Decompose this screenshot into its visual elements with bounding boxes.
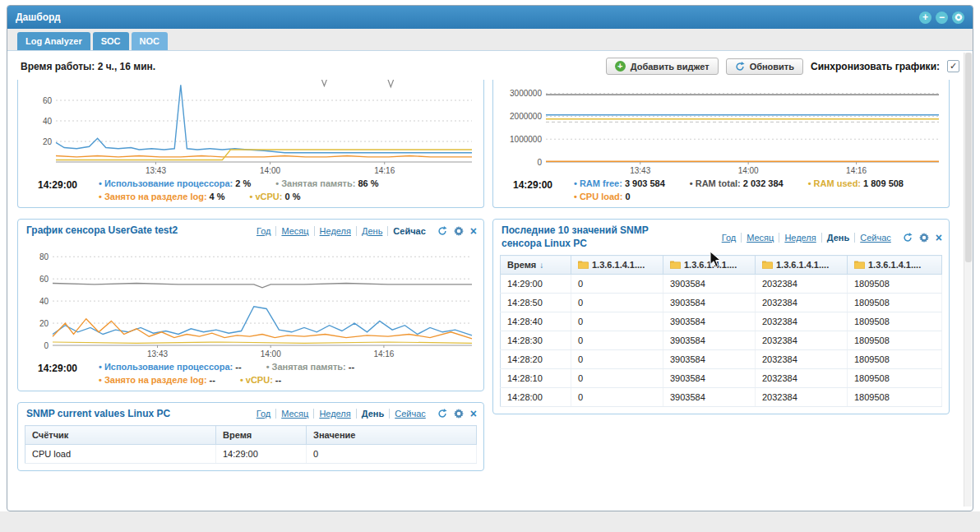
table-row: 14:28:10 0 3903584 2032384 1809508 bbox=[501, 369, 942, 388]
svg-text:1000000: 1000000 bbox=[510, 135, 542, 144]
close-icon[interactable]: × bbox=[470, 409, 477, 419]
table-header-row: Счётчик Время Значение bbox=[25, 426, 477, 445]
table-cell: 1809508 bbox=[848, 312, 942, 331]
period-week[interactable]: Неделя bbox=[779, 233, 821, 243]
scrollbar-thumb[interactable] bbox=[965, 53, 972, 262]
table-row: 14:28:50 0 3903584 2032384 1809508 bbox=[501, 294, 942, 312]
period-year[interactable]: Год bbox=[257, 226, 276, 236]
svg-text:0: 0 bbox=[537, 158, 542, 167]
widget-title: SNMP current values Linux PC bbox=[26, 408, 170, 421]
period-switcher: Год Месяц Неделя День Сейчас bbox=[257, 226, 431, 236]
vertical-scrollbar[interactable] bbox=[964, 53, 972, 507]
gear-icon[interactable] bbox=[952, 12, 964, 24]
svg-text:14:00: 14:00 bbox=[738, 166, 759, 175]
legend-item: vCPU:-- bbox=[240, 375, 281, 385]
settings-icon[interactable] bbox=[454, 226, 464, 236]
uptime-label: Время работы: 2 ч., 16 мин. bbox=[21, 61, 155, 72]
page-background-strip bbox=[0, 511, 980, 532]
table-header-row: Время↓ 1.3.6.1.4.1.... 1.3.6.1.4.1.... 1… bbox=[501, 256, 942, 275]
column-header[interactable]: Счётчик bbox=[25, 426, 216, 445]
legend-item: Занятая память:-- bbox=[266, 362, 354, 372]
widget-snmp-current: SNMP current values Linux PC Год Месяц Н… bbox=[17, 402, 484, 472]
legend-item: Использование процессора:2 % bbox=[99, 178, 251, 188]
table-cell: 3903584 bbox=[663, 388, 756, 407]
table-cell: 2032384 bbox=[756, 350, 848, 369]
settings-icon[interactable] bbox=[919, 233, 929, 243]
period-week[interactable]: Неделя bbox=[314, 226, 356, 236]
add-icon[interactable]: + bbox=[919, 12, 931, 24]
legend-item: CPU load:0 bbox=[574, 192, 631, 201]
add-widget-label: Добавить виджет bbox=[631, 62, 710, 72]
refresh-button[interactable]: Обновить bbox=[726, 58, 803, 75]
table-cell: 0 bbox=[571, 312, 663, 331]
tab-noc[interactable]: NOC bbox=[132, 32, 168, 50]
snmp-current-table: Счётчик Время Значение CPU load 14:29:00… bbox=[25, 425, 477, 464]
period-now[interactable]: Сейчас bbox=[389, 409, 431, 419]
window-controls: + − bbox=[919, 12, 964, 24]
table-cell: 0 bbox=[571, 388, 663, 407]
column-header-oid[interactable]: 1.3.6.1.4.1.... bbox=[663, 256, 756, 275]
table-cell: 2032384 bbox=[756, 312, 848, 331]
period-month[interactable]: Месяц bbox=[275, 226, 313, 236]
column-header-oid[interactable]: 1.3.6.1.4.1.... bbox=[756, 256, 848, 275]
table-row: 14:28:30 0 3903584 2032384 1809508 bbox=[501, 331, 942, 350]
add-widget-button[interactable]: + Добавить виджет bbox=[606, 58, 719, 75]
column-header[interactable]: Время bbox=[216, 426, 307, 445]
table-cell: 2032384 bbox=[756, 275, 848, 294]
table-row: 14:28:00 0 3903584 2032384 1809508 bbox=[501, 388, 942, 407]
legend-timestamp: 14:29:00 bbox=[513, 178, 561, 201]
svg-text:13:43: 13:43 bbox=[147, 349, 168, 359]
table-cell: 1809508 bbox=[848, 331, 942, 350]
ram-chart-legend: 14:29:00 RAM free:3 903 584 RAM total:2 … bbox=[493, 177, 949, 207]
widget-title: График сенсора UserGate test2 bbox=[26, 224, 178, 238]
tab-bar: Log Analyzer SOC NOC bbox=[7, 29, 973, 51]
column-header[interactable]: Значение bbox=[307, 426, 477, 445]
tab-log-analyzer[interactable]: Log Analyzer bbox=[17, 32, 90, 50]
sync-charts-label: Синхронизовать графики: bbox=[811, 61, 940, 72]
settings-icon[interactable] bbox=[454, 409, 464, 419]
period-day[interactable]: День bbox=[356, 409, 390, 419]
column-header-oid[interactable]: 1.3.6.1.4.1.... bbox=[848, 256, 942, 275]
refresh-icon[interactable] bbox=[437, 226, 447, 236]
svg-text:60: 60 bbox=[39, 274, 49, 283]
period-day[interactable]: День bbox=[821, 233, 855, 243]
table-cell: 3903584 bbox=[663, 369, 756, 388]
page: Дашборд + − Log Analyzer SOC NOC Время р… bbox=[0, 0, 980, 532]
table-cell: 1809508 bbox=[848, 350, 942, 369]
period-year[interactable]: Год bbox=[257, 409, 276, 419]
gear-glyph bbox=[955, 13, 963, 21]
table-cell: 1809508 bbox=[848, 294, 942, 312]
svg-text:13:43: 13:43 bbox=[146, 166, 166, 175]
folder-icon bbox=[578, 261, 589, 269]
column-header-oid[interactable]: 1.3.6.1.4.1.... bbox=[571, 256, 663, 275]
table-row: 14:29:00 0 3903584 2032384 1809508 bbox=[501, 275, 942, 294]
table-row: 14:28:40 0 3903584 2032384 1809508 bbox=[501, 312, 942, 331]
sync-charts-checkbox[interactable]: ✓ bbox=[947, 60, 959, 72]
table-cell: CPU load bbox=[25, 445, 216, 464]
svg-text:20: 20 bbox=[43, 137, 53, 146]
period-month[interactable]: Месяц bbox=[741, 233, 779, 243]
cpu-usage-chart: 20406013:4314:0014:16 bbox=[21, 80, 477, 177]
dashboard-window: Дашборд + − Log Analyzer SOC NOC Время р… bbox=[7, 5, 973, 511]
tab-soc[interactable]: SOC bbox=[93, 32, 129, 50]
sort-desc-icon: ↓ bbox=[539, 261, 543, 270]
refresh-icon[interactable] bbox=[437, 409, 447, 419]
table-cell: 0 bbox=[571, 350, 663, 369]
collapse-icon[interactable]: − bbox=[936, 12, 948, 24]
period-now[interactable]: Сейчас bbox=[387, 226, 430, 236]
table-row: CPU load 14:29:00 0 bbox=[25, 445, 477, 464]
close-icon[interactable]: × bbox=[470, 226, 477, 236]
close-icon[interactable]: × bbox=[936, 233, 942, 243]
ram-chart: 010000002000000300000013:4314:0014:16 bbox=[497, 80, 944, 177]
period-now[interactable]: Сейчас bbox=[854, 233, 896, 243]
period-week[interactable]: Неделя bbox=[313, 409, 355, 419]
widget-title: Последние 10 значений SNMP сенсора Linux… bbox=[502, 224, 678, 250]
period-day[interactable]: День bbox=[356, 226, 387, 236]
period-switcher: Год Месяц Неделя День Сейчас bbox=[257, 409, 431, 419]
plus-icon: + bbox=[615, 61, 626, 72]
column-header-time[interactable]: Время↓ bbox=[501, 256, 571, 275]
refresh-icon[interactable] bbox=[903, 233, 913, 243]
period-year[interactable]: Год bbox=[722, 233, 742, 243]
table-cell: 14:28:30 bbox=[501, 331, 571, 350]
period-month[interactable]: Месяц bbox=[275, 409, 313, 419]
